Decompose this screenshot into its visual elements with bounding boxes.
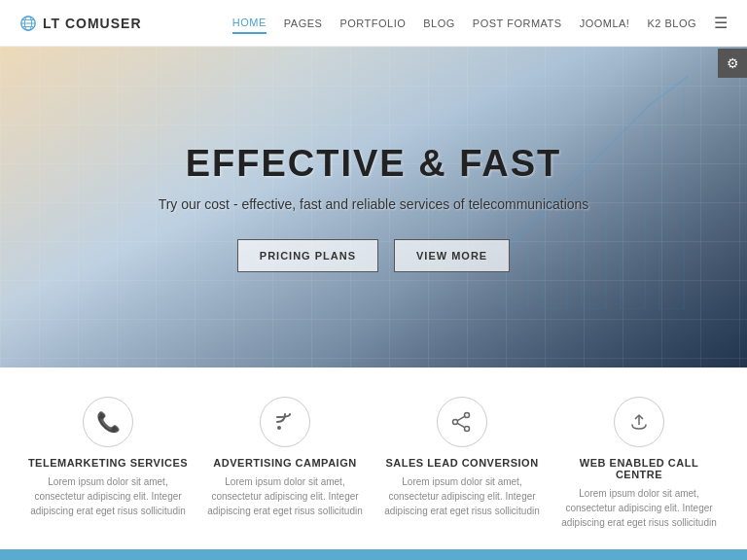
svg-point-12: [453, 420, 458, 425]
nav-portfolio[interactable]: PORTFOLIO: [339, 14, 406, 33]
view-more-button[interactable]: VIEW MORE: [394, 239, 510, 272]
nav-k2-blog[interactable]: K2 BLOG: [647, 14, 696, 33]
feature-advertising: ADVERTISING CAMPAIGN Lorem ipsum dolor s…: [202, 397, 368, 518]
feature-web-call: WEB ENABLED CALL CENTRE Lorem ipsum dolo…: [556, 397, 722, 530]
svg-line-14: [457, 416, 464, 420]
gear-button[interactable]: ⚙: [718, 49, 747, 78]
nav-post-formats[interactable]: POST FORMATS: [473, 14, 562, 33]
upload-svg: [628, 411, 650, 433]
logo-text: LT COMUSER: [43, 16, 142, 31]
globe-icon: [19, 15, 37, 32]
web-call-icon: [614, 397, 664, 447]
rss-svg: [274, 411, 296, 433]
hero-section: EFFECTIVE & FAST Try our cost - effectiv…: [0, 47, 747, 368]
web-call-title: WEB ENABLED CALL CENTRE: [556, 457, 722, 480]
hero-buttons: PRICING PLANS VIEW MORE: [237, 239, 510, 272]
pricing-plans-button[interactable]: PRICING PLANS: [237, 239, 378, 272]
features-section: 📞 TELEMARKETING SERVICES Lorem ipsum dol…: [0, 368, 747, 549]
advertising-icon: [260, 397, 310, 447]
sales-desc: Lorem ipsum dolor sit amet, consectetur …: [379, 474, 545, 518]
hero-subtitle: Try our cost - effective, fast and relia…: [159, 196, 589, 212]
advertising-desc: Lorem ipsum dolor sit amet, consectetur …: [202, 474, 368, 518]
telemarketing-icon: 📞: [83, 397, 133, 447]
navbar: LT COMUSER HOME PAGES PORTFOLIO BLOG POS…: [0, 0, 747, 47]
nav-home[interactable]: HOME: [232, 13, 267, 34]
feature-sales: SALES LEAD CONVERSION Lorem ipsum dolor …: [379, 397, 545, 518]
web-call-desc: Lorem ipsum dolor sit amet, consectetur …: [556, 486, 722, 530]
site-logo[interactable]: LT COMUSER: [19, 15, 142, 32]
bottom-banner: OUR COMPANY OFFERS FULL PACKAGE OF SERVI…: [0, 549, 747, 560]
nav-pages[interactable]: PAGES: [284, 14, 323, 33]
svg-point-11: [465, 413, 470, 418]
hero-content: EFFECTIVE & FAST Try our cost - effectiv…: [0, 47, 747, 368]
hero-title: EFFECTIVE & FAST: [186, 143, 562, 185]
nav-blog[interactable]: BLOG: [423, 14, 455, 33]
telemarketing-title: TELEMARKETING SERVICES: [28, 457, 188, 469]
svg-point-13: [465, 427, 470, 432]
hamburger-icon[interactable]: ☰: [714, 14, 728, 32]
main-nav: HOME PAGES PORTFOLIO BLOG POST FORMATS J…: [232, 13, 728, 34]
sales-icon: [437, 397, 487, 447]
telemarketing-desc: Lorem ipsum dolor sit amet, consectetur …: [25, 474, 191, 518]
sales-title: SALES LEAD CONVERSION: [385, 457, 538, 469]
nav-joomla[interactable]: JOOMLA!: [580, 14, 630, 33]
advertising-title: ADVERTISING CAMPAIGN: [213, 457, 356, 469]
svg-point-10: [277, 426, 281, 430]
share-svg: [451, 411, 473, 433]
feature-telemarketing: 📞 TELEMARKETING SERVICES Lorem ipsum dol…: [25, 397, 191, 518]
svg-line-15: [457, 423, 464, 427]
